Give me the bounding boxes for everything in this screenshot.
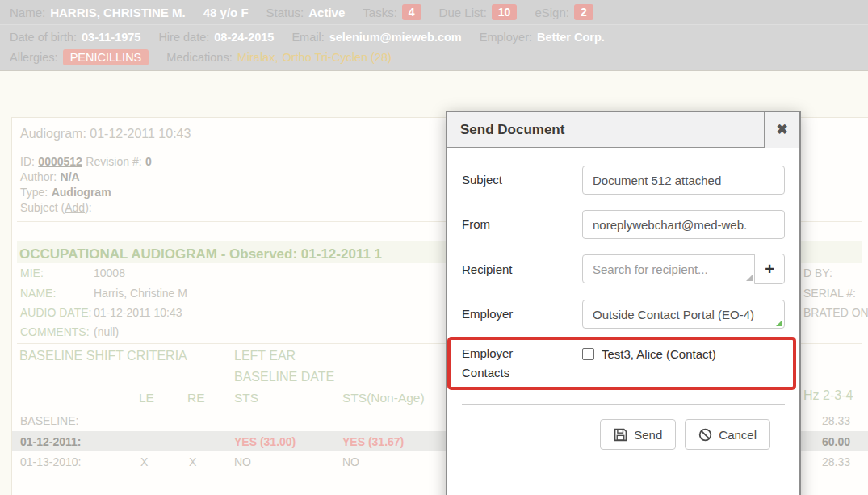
employer-row: Employer Outside Contact Portal (EO-4) — [462, 300, 785, 329]
column-header-le: LE — [139, 391, 154, 405]
email-value: selenium@mieweb.com — [329, 31, 462, 44]
report-right-fragment: SERIAL #: — [803, 287, 856, 300]
name-label: Name: — [10, 6, 45, 19]
doc-revision-value: 0 — [145, 155, 152, 168]
bottom-divider — [462, 472, 785, 472]
employer-field-label: Employer — [462, 304, 582, 324]
hz-fragment: Hz 2-3-4 — [803, 388, 853, 403]
employer-select-value: Outside Contact Portal (EO-4) — [593, 308, 754, 321]
report-row-value: 10008 — [94, 266, 125, 279]
patient-header-row2: Date of birth: 03-11-1975 Hire date: 08-… — [0, 25, 868, 46]
baseline-date-label: BASELINE DATE — [234, 370, 334, 384]
status-label: Status: — [266, 6, 304, 19]
modal-title: Send Document — [447, 122, 764, 138]
report-row-label: AUDIO DATE: — [20, 306, 91, 319]
subject-row: Subject — [462, 166, 785, 195]
report-row-label: COMMENTS: — [20, 325, 90, 338]
resize-grip-icon[interactable] — [746, 275, 753, 281]
sts-result: YES (31.00) — [234, 435, 296, 448]
report-row-label: MIE: — [20, 266, 44, 279]
doc-subject-label: Subject ( — [20, 201, 65, 214]
patient-header-row1: Name: HARRIS, CHRISTINE M. 48 y/o F Stat… — [0, 0, 868, 25]
medications-label: Medications: — [166, 51, 232, 64]
close-button[interactable]: ✖ — [764, 112, 799, 148]
le-value: X — [140, 455, 148, 468]
patient-status: Active — [308, 6, 345, 19]
doc-subject-suffix: ): — [85, 201, 92, 214]
table-row-right-value: 60.00 — [822, 435, 850, 448]
modal-header: Send Document ✖ — [447, 112, 799, 148]
employer-select[interactable]: Outside Contact Portal (EO-4) — [582, 300, 785, 329]
from-row: From — [462, 210, 785, 239]
report-title: OCCUPATIONAL AUDIOGRAM - Observed: 01-12… — [19, 246, 382, 262]
baseline-shift-criteria-title: BASELINE SHIFT CRITERIA — [19, 349, 187, 363]
tasks-count-badge[interactable]: 4 — [402, 4, 421, 20]
close-icon: ✖ — [776, 121, 787, 138]
subject-label: Subject — [462, 170, 582, 190]
page: Name: HARRIS, CHRISTINE M. 48 y/o F Stat… — [0, 0, 868, 495]
patient-header-bar: Name: HARRIS, CHRISTINE M. 48 y/o F Stat… — [0, 0, 868, 71]
report-right-fragment: BRATED ON — [803, 306, 868, 319]
doc-subject-add-link[interactable]: Add — [65, 201, 85, 214]
tasks-label: Tasks: — [363, 6, 397, 19]
patient-header-row3: Allergies: PENICILLINS Medications: Mira… — [0, 46, 868, 67]
allergy-penicillins-link[interactable]: PENICILLINS — [63, 49, 149, 65]
doc-id-label: ID: — [20, 155, 35, 168]
report-right-fragment: D BY: — [803, 266, 832, 279]
due-list-count-badge[interactable]: 10 — [492, 4, 518, 20]
re-value: X — [189, 455, 196, 468]
send-button[interactable]: Send — [600, 419, 676, 450]
document-heading: Audiogram: 01-12-2011 10:43 — [20, 127, 191, 141]
esign-label: eSign: — [535, 6, 569, 19]
send-button-label: Send — [634, 428, 662, 442]
doc-type-label: Type: — [20, 186, 48, 199]
column-header-re: RE — [187, 391, 205, 405]
modal-footer: Send Cancel — [462, 405, 785, 450]
email-label: Email: — [291, 31, 324, 44]
patient-name: HARRIS, CHRISTINE M. — [50, 6, 186, 19]
save-icon — [614, 428, 627, 442]
plus-icon: + — [765, 260, 774, 279]
cancel-button[interactable]: Cancel — [685, 419, 770, 450]
doc-id-link[interactable]: 0000512 — [38, 155, 82, 168]
medication-link-miralax[interactable]: Miralax, — [237, 51, 279, 64]
doc-author-label: Author: — [20, 170, 57, 183]
contact-checkbox[interactable] — [582, 348, 594, 360]
dob-label: Date of birth: — [10, 31, 77, 44]
report-row-value: (null) — [94, 325, 119, 338]
recipient-label: Recipient — [462, 260, 582, 279]
hire-date-label: Hire date: — [158, 31, 209, 44]
employer-resize-grip-icon[interactable] — [776, 320, 782, 326]
modal-body: Subject From Recipient Search for recipi… — [447, 148, 799, 472]
dob-value: 03-11-1975 — [82, 31, 140, 44]
add-recipient-button[interactable]: + — [754, 254, 785, 284]
subject-input[interactable] — [582, 166, 785, 195]
employer-contacts-label: Employer Contacts — [462, 344, 582, 383]
column-header-sts-nonage: STS(Non-Age) — [342, 391, 425, 405]
employer-label: Employer: — [480, 31, 532, 44]
table-row-right-value: 28.33 — [822, 455, 850, 468]
patient-age-sex: 48 y/o F — [203, 6, 249, 19]
report-row-label: NAME: — [20, 287, 56, 300]
recipient-search-input[interactable]: Search for recipient... — [582, 254, 755, 283]
contact-option-label[interactable]: Test3, Alice (Contact) — [602, 347, 716, 361]
column-header-sts: STS — [234, 391, 258, 405]
report-row-value: 01-12-2011 10:43 — [94, 306, 182, 319]
table-row-label: BASELINE: — [20, 414, 78, 427]
left-ear-label: LEFT EAR — [234, 349, 296, 363]
esign-count-badge[interactable]: 2 — [574, 4, 593, 20]
sts-nonage-result: NO — [342, 455, 359, 468]
employer-value: Better Corp. — [537, 31, 605, 44]
allergies-label: Allergies: — [10, 51, 58, 64]
table-row-label: 01-12-2011: — [20, 435, 82, 448]
table-row-label: 01-13-2010: — [20, 455, 82, 468]
from-input[interactable] — [582, 210, 785, 239]
recipient-row: Recipient Search for recipient... + — [462, 254, 785, 284]
table-row-right-value: 28.33 — [822, 414, 850, 427]
hire-date-value: 08-24-2015 — [214, 31, 274, 44]
doc-type-value: Audiogram — [52, 186, 111, 199]
sts-result: NO — [234, 455, 251, 468]
cancel-button-label: Cancel — [719, 428, 757, 442]
ban-icon — [698, 428, 712, 442]
medication-link-ortho[interactable]: Ortho Tri-Cyclen (28) — [282, 51, 391, 64]
